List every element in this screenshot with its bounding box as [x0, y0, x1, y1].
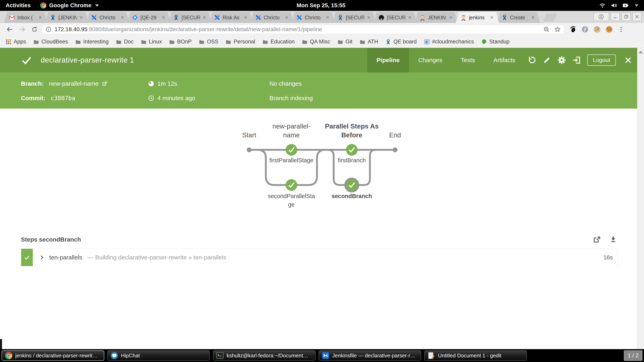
bookmark-folder-ath[interactable]: ATH: [360, 39, 378, 45]
browser-tab-secur-2[interactable]: [SECUR×: [332, 12, 376, 23]
tab-close-icon[interactable]: ×: [79, 14, 83, 21]
tab-changes[interactable]: Changes: [409, 48, 452, 72]
tab-pipeline[interactable]: Pipeline: [367, 48, 409, 72]
activities-button[interactable]: Activities: [6, 2, 31, 9]
tab-tests[interactable]: Tests: [452, 48, 484, 72]
forward-button[interactable]: [17, 24, 27, 34]
scroll-up-arrow-icon[interactable]: [638, 51, 643, 53]
window-restore-button[interactable]: [622, 12, 631, 21]
browser-menu-icon[interactable]: [618, 26, 625, 33]
browser-tab-jenkin-jira[interactable]: [JENKIN×: [45, 12, 88, 23]
tab-close-icon[interactable]: ×: [120, 14, 124, 21]
close-run-button[interactable]: [619, 48, 637, 72]
clock[interactable]: Mon Sep 25, 15:55: [297, 2, 346, 9]
browser-tab-create[interactable]: Create×: [497, 12, 540, 23]
tab-close-icon[interactable]: ×: [244, 14, 248, 21]
branch-link[interactable]: new-parallel-name: [49, 80, 98, 87]
node-second-branch-selected[interactable]: [344, 178, 359, 192]
address-bar[interactable]: 172.18.40.95:8080/blue/organizations/jen…: [42, 25, 564, 34]
external-link-icon[interactable]: [102, 81, 108, 87]
tab-close-icon[interactable]: ×: [162, 14, 166, 21]
node-first-branch[interactable]: [346, 144, 358, 156]
browser-tab-inbox[interactable]: Inbox (×: [4, 12, 48, 23]
bookmark-folder-interesting[interactable]: Interesting: [75, 39, 109, 45]
irc-icon: [424, 39, 430, 45]
new-tab-button[interactable]: [543, 13, 558, 21]
pipeline-graph: Start new-parallel- name Parallel Steps …: [0, 109, 637, 214]
bookmark-standup[interactable]: Standup: [481, 39, 510, 45]
url-host: 172.18.40.95: [54, 26, 88, 32]
browser-tab-jenkins-1[interactable]: JENKIN×: [414, 12, 458, 23]
tab-close-icon[interactable]: ×: [202, 14, 206, 21]
page-info-icon[interactable]: [45, 26, 52, 32]
browser-tab-secur-1[interactable]: [SECUR×: [168, 12, 212, 23]
node-first-parallel-stage[interactable]: [286, 144, 297, 156]
reload-button[interactable]: [30, 24, 40, 34]
tab-close-icon[interactable]: ×: [326, 14, 330, 21]
tab-close-icon[interactable]: ×: [449, 14, 453, 21]
tab-artifacts[interactable]: Artifacts: [484, 48, 524, 72]
taskbar-window-jenkinsfile-editor[interactable]: Jenkinsfile — declarative-parser-r…: [318, 350, 421, 361]
open-logs-external-link-icon[interactable]: [592, 235, 601, 244]
fedora-extension-icon[interactable]: [581, 25, 589, 33]
bookmark-folder-bonp[interactable]: BOnP: [169, 39, 192, 45]
taskbar-window-gedit[interactable]: Untitled Document 1 - gedit: [424, 350, 527, 361]
bookmark-star-icon[interactable]: [554, 26, 561, 33]
go-to-classic-button[interactable]: [569, 48, 584, 72]
run-nav: Pipeline Changes Tests Artifacts Logout: [367, 48, 637, 72]
label-second-parallel-line1: secondParallelSta: [268, 193, 315, 199]
browser-tab-risk[interactable]: Risk As×: [209, 12, 253, 23]
step-row-ten-parallels[interactable]: ten-parallels — Building declarative-par…: [21, 249, 618, 266]
terminal-icon: [216, 352, 224, 360]
cookie-extension-icon[interactable]: [605, 25, 613, 33]
profile-button[interactable]: [593, 12, 609, 21]
download-logs-icon[interactable]: [608, 235, 618, 244]
tab-close-icon[interactable]: ×: [38, 14, 42, 21]
gnome-foot-extension-icon[interactable]: [569, 25, 577, 33]
browser-tab-chricto-2[interactable]: Chricto×: [250, 12, 294, 23]
bookmark-folder-git[interactable]: Git: [338, 39, 352, 45]
chevron-right-icon[interactable]: [39, 254, 45, 260]
settings-button[interactable]: [554, 48, 569, 72]
tab-close-icon[interactable]: ×: [408, 14, 412, 21]
tab-close-icon[interactable]: ×: [367, 14, 371, 21]
browser-tab-jenkins-active[interactable]: jenkins×: [456, 12, 499, 23]
taskbar-window-hipchat[interactable]: HipChat: [107, 350, 210, 361]
workspace-pager[interactable]: 1 / 2: [624, 350, 642, 361]
folder-icon: [141, 39, 146, 45]
bookmark-folder-oss[interactable]: OSS: [199, 39, 218, 45]
gear-icon: [557, 55, 566, 65]
tab-close-icon[interactable]: ×: [531, 14, 535, 21]
bookmark-cloudmechanics[interactable]: #cloudmechanics: [424, 39, 474, 45]
bookmark-apps[interactable]: Apps: [6, 39, 26, 45]
taskbar-window-terminal[interactable]: kshultz@karl-fedora:~/Document…: [213, 350, 316, 361]
browser-tab-chricto-1[interactable]: Chricto×: [86, 12, 130, 23]
bookmark-folder-cloudbees[interactable]: CloudBees: [34, 39, 68, 45]
bookmark-qe-board[interactable]: QE board: [386, 39, 417, 45]
browser-tab-qe29[interactable]: [QE-29×: [127, 12, 171, 23]
edit-pipeline-button[interactable]: [539, 48, 554, 72]
bookmark-folder-education[interactable]: Education: [262, 39, 295, 45]
window-close-button[interactable]: [632, 12, 642, 21]
system-status-area[interactable]: [599, 2, 638, 9]
palette-extension-icon[interactable]: [593, 25, 601, 33]
bookmark-folder-linux[interactable]: Linux: [141, 39, 162, 45]
bookmark-folder-qa-misc[interactable]: QA Misc: [302, 39, 330, 45]
tab-close-icon[interactable]: ×: [490, 14, 494, 21]
browser-tab-secur-github[interactable]: [SECUR×: [374, 12, 417, 23]
window-minimize-button[interactable]: [610, 12, 620, 21]
rerun-button[interactable]: [524, 48, 539, 72]
browser-tab-chricto-3[interactable]: Chricto×: [292, 12, 335, 23]
step-duration: 16s: [603, 254, 613, 261]
app-menu[interactable]: Google Chrome: [40, 2, 99, 9]
back-button[interactable]: [4, 24, 15, 34]
bookmark-folder-doc[interactable]: Doc: [116, 39, 134, 45]
scrollbar[interactable]: [637, 48, 644, 349]
step-description: — Building declarative-parser-rewrite » …: [87, 254, 226, 261]
taskbar-window-chrome[interactable]: jenkins / declarative-parser-rewrit…: [2, 350, 104, 361]
tab-close-icon[interactable]: ×: [284, 14, 288, 21]
logout-button[interactable]: Logout: [587, 54, 616, 66]
node-second-parallel-stage[interactable]: [286, 179, 297, 191]
zoom-icon[interactable]: [543, 26, 550, 33]
bookmark-folder-personal[interactable]: Personal: [226, 39, 255, 45]
